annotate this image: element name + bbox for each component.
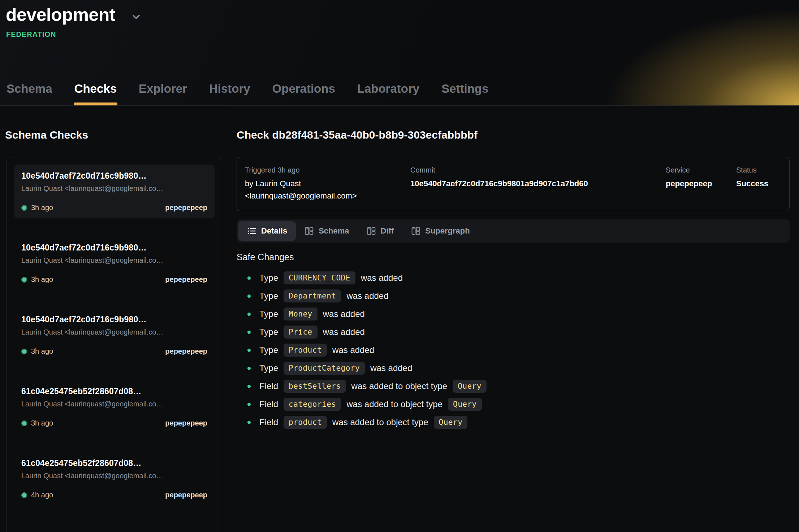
check-hash: 10e540d7aef72c0d716c9b980… — [21, 243, 207, 253]
main-nav-tab-label: Checks — [74, 82, 117, 95]
summary-status: Status Success — [736, 165, 781, 202]
main-nav-tab[interactable]: Laboratory — [357, 82, 420, 105]
checks-list: 10e540d7aef72c0d716c9b980… Laurin Quast … — [7, 157, 222, 532]
active-tab-underline — [74, 103, 117, 105]
check-meta-row: 3h ago pepepepeep — [21, 204, 207, 212]
bullet-icon — [247, 403, 251, 406]
check-service: pepepepeep — [165, 204, 207, 212]
change-prefix: Type — [259, 327, 278, 337]
summary-service-value: pepepepeep — [666, 178, 736, 190]
change-suffix: was added — [332, 345, 374, 355]
check-view-tabs: Details Schema Diff Supergraph — [237, 219, 790, 243]
schema-checks-sidebar: Schema Checks 10e540d7aef72c0d716c9b980…… — [0, 129, 237, 532]
check-meta-row: 3h ago pepepepeep — [21, 347, 207, 356]
page-body: Schema Checks 10e540d7aef72c0d716c9b980…… — [0, 106, 799, 532]
change-suffix: was added — [323, 327, 365, 337]
change-prefix: Field — [259, 381, 278, 391]
main-nav-tab[interactable]: History — [208, 82, 251, 105]
check-view-tab-label: Diff — [381, 226, 394, 236]
check-author: Laurin Quast <laurinquast@googlemail.co… — [21, 400, 207, 408]
main-nav-tab-label: Settings — [441, 82, 488, 95]
change-suffix: was added — [323, 309, 365, 319]
check-view-tab[interactable]: Diff — [358, 221, 403, 241]
main-nav-tab[interactable]: Checks — [74, 82, 117, 105]
check-view-tab[interactable]: Supergraph — [402, 221, 478, 241]
main-nav-tab-label: Laboratory — [357, 82, 419, 95]
project-name[interactable]: development — [6, 4, 115, 25]
main-nav-tab[interactable]: Explorer — [138, 82, 188, 105]
main-nav-tab-label: Schema — [7, 82, 52, 95]
change-item: Type Department was added — [237, 287, 790, 305]
success-dot-icon — [21, 277, 27, 283]
bullet-icon — [247, 331, 251, 334]
check-time: 4h ago — [31, 491, 53, 499]
change-code2-chip: Query — [434, 416, 468, 429]
main-nav-tab[interactable]: Settings — [441, 82, 489, 105]
bullet-icon — [247, 385, 251, 388]
check-service: pepepepeep — [165, 275, 207, 284]
main-nav-tab-label: History — [209, 82, 250, 95]
change-prefix: Type — [259, 273, 278, 283]
sidebar-title: Schema Checks — [5, 129, 237, 141]
summary-triggered-label: Triggered 3h ago — [245, 165, 410, 175]
change-code2-chip: Query — [448, 398, 482, 411]
check-list-item[interactable]: 10e540d7aef72c0d716c9b980… Laurin Quast … — [14, 236, 215, 290]
main-nav-tab[interactable]: Schema — [6, 82, 53, 105]
summary-status-label: Status — [736, 165, 781, 175]
bullet-icon — [247, 276, 251, 280]
bullet-icon — [247, 421, 251, 424]
change-prefix: Type — [259, 291, 278, 301]
check-meta-row: 3h ago pepepepeep — [21, 419, 207, 427]
change-item: Type Money was added — [237, 305, 790, 323]
project-title-row: development — [0, 0, 799, 25]
check-detail-panel: Check db28f481-35aa-40b0-b8b9-303ecfabbb… — [237, 129, 799, 431]
chevron-down-icon[interactable] — [130, 11, 142, 22]
change-code-chip: categories — [284, 398, 341, 411]
check-meta-row: 3h ago pepepepeep — [21, 275, 207, 284]
bullet-icon — [247, 313, 251, 316]
summary-status-value: Success — [736, 178, 781, 190]
change-code-chip: Price — [284, 326, 318, 339]
check-list-item[interactable]: 10e540d7aef72c0d716c9b980… Laurin Quast … — [14, 165, 215, 218]
success-dot-icon — [21, 420, 27, 426]
check-author: Laurin Quast <laurinquast@googlemail.co… — [21, 184, 207, 193]
check-summary-card: Triggered 3h ago by Laurin Quast <laurin… — [237, 157, 790, 211]
change-code2-chip: Query — [453, 380, 487, 393]
bullet-icon — [247, 367, 251, 370]
columns-icon — [411, 226, 420, 236]
change-prefix: Type — [259, 309, 278, 319]
check-view-tab[interactable]: Schema — [296, 221, 358, 241]
safe-changes-title: Safe Changes — [237, 252, 790, 262]
check-service: pepepepeep — [165, 491, 207, 499]
change-item: Field bestSellers was added to object ty… — [237, 377, 790, 395]
summary-triggered-email: <laurinquast@googlemail.com> — [245, 190, 410, 202]
check-time: 3h ago — [31, 275, 53, 284]
check-hash: 10e540d7aef72c0d716c9b980… — [21, 171, 207, 181]
check-view-tab[interactable]: Details — [238, 221, 296, 241]
summary-commit-label: Commit — [410, 165, 666, 175]
check-hash: 10e540d7aef72c0d716c9b980… — [21, 315, 207, 324]
bullet-icon — [247, 295, 251, 298]
summary-triggered: Triggered 3h ago by Laurin Quast <laurin… — [245, 165, 410, 202]
change-prefix: Type — [259, 363, 278, 373]
check-time: 3h ago — [31, 204, 53, 212]
change-suffix: was added — [361, 273, 403, 283]
change-item: Type CURRENCY_CODE was added — [237, 269, 790, 287]
check-list-item[interactable]: 61c04e25475eb52f28607d08… Laurin Quast <… — [14, 452, 215, 506]
federation-badge: FEDERATION — [6, 30, 799, 39]
success-dot-icon — [21, 205, 27, 211]
main-nav-tabs: Schema Checks Explorer History — [6, 82, 489, 105]
check-title: Check db28f481-35aa-40b0-b8b9-303ecfabbb… — [237, 129, 790, 141]
change-code-chip: product — [284, 416, 327, 429]
check-list-item[interactable]: 61c04e25475eb52f28607d08… Laurin Quast <… — [14, 380, 215, 434]
success-dot-icon — [21, 349, 27, 354]
check-list-item[interactable]: 10e540d7aef72c0d716c9b980… Laurin Quast … — [14, 308, 215, 362]
change-code-chip: ProductCategory — [284, 362, 365, 375]
change-suffix: was added to object type — [332, 417, 428, 427]
change-prefix: Field — [259, 417, 278, 427]
columns-icon — [367, 226, 376, 236]
check-author: Laurin Quast <laurinquast@googlemail.co… — [21, 328, 207, 336]
change-suffix: was added — [370, 363, 412, 373]
main-nav-tab[interactable]: Operations — [272, 82, 336, 105]
change-item: Type Price was added — [237, 323, 790, 341]
